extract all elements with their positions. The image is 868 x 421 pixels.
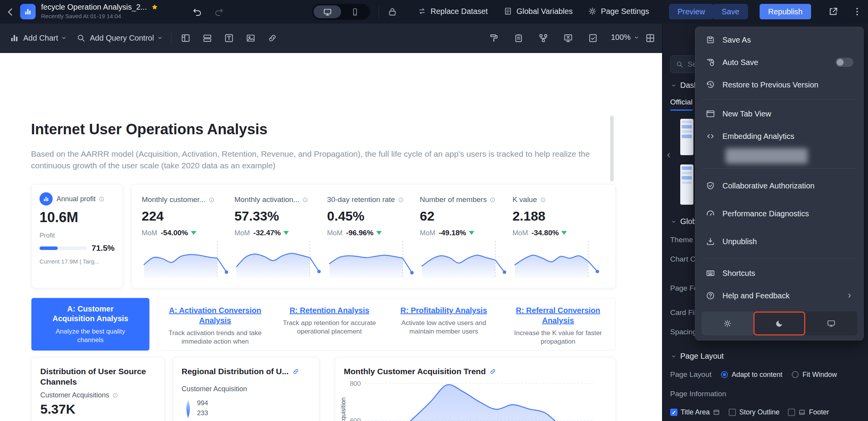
kpi-card[interactable]: Monthly customer... 224 MoM-54.00%	[142, 195, 234, 277]
checkbox-label[interactable]: Story Outline	[739, 408, 779, 416]
more-options-icon[interactable]	[852, 6, 863, 17]
menu-item-auto-save[interactable]: Auto Save	[695, 51, 863, 74]
map-chart-card[interactable]: Regional Distribution of U... Customer A…	[173, 357, 319, 421]
component-tree-icon[interactable]	[538, 33, 549, 43]
tab-profitability-analysis[interactable]: R: Profitability Analysis Activate low a…	[387, 298, 501, 350]
tab-referral-conversion[interactable]: R: Referral Conversion Analysis Increase…	[501, 298, 615, 350]
hide-screen-icon[interactable]	[563, 33, 573, 43]
back-icon[interactable]	[5, 6, 16, 18]
page-settings-button[interactable]: Page Settings	[588, 7, 649, 16]
mom-label: MoM	[420, 229, 435, 237]
save-button[interactable]: Save	[713, 4, 748, 19]
tab-customer-acquisition[interactable]: A: Customer Acquisition Analysis Analyze…	[31, 298, 149, 351]
container-icon[interactable]	[202, 33, 213, 43]
kpi-value: 57.33%	[234, 209, 327, 224]
kpi-card[interactable]: Monthly activation... 57.33% MoM-32.47%	[234, 195, 327, 277]
tab-activation-conversion[interactable]: A: Activation Conversion Analysis Track …	[158, 298, 272, 350]
theme-dark-button[interactable]	[753, 311, 805, 335]
radio-label[interactable]: Fit Window	[803, 371, 837, 379]
tab-link[interactable]: R: Retention Analysis	[279, 305, 380, 315]
mobile-view-button[interactable]	[341, 5, 369, 18]
add-chart-button[interactable]: Add Chart	[9, 33, 67, 43]
undo-icon[interactable]	[192, 7, 202, 17]
annual-profit-card[interactable]: Annual profit 10.6M Profit 71.5% Current…	[31, 184, 123, 288]
page-layout-section-header[interactable]: Page Layout	[670, 352, 724, 361]
notes-icon[interactable]	[513, 33, 524, 43]
menu-item-embedding-analytics[interactable]: Embedding Analytics	[695, 125, 863, 147]
checkbox-story-outline[interactable]	[729, 409, 736, 416]
kpi-strip-card[interactable]: Monthly customer... 224 MoM-54.00% Month…	[131, 184, 616, 288]
add-query-control-button[interactable]: Add Query Control	[76, 33, 163, 43]
chart-link-icon[interactable]	[489, 368, 497, 375]
canvas-scrollbar[interactable]	[610, 116, 614, 181]
tab-retention-analysis[interactable]: R: Retention Analysis Track app retentio…	[272, 298, 386, 350]
replace-dataset-button[interactable]: Replace Dataset	[417, 7, 488, 16]
radio-label[interactable]: Adapt to content	[732, 371, 782, 379]
checklist-icon[interactable]	[588, 33, 598, 43]
checkbox-title-area[interactable]: ✓	[670, 409, 678, 416]
link-tool-icon[interactable]	[267, 33, 278, 43]
redo-icon[interactable]	[214, 7, 224, 17]
template-thumbnail[interactable]	[680, 119, 693, 155]
shield-icon	[705, 181, 715, 191]
global-variables-button[interactable]: Global Variables	[503, 7, 573, 16]
radio-fit-window[interactable]	[792, 371, 799, 378]
checkbox-footer[interactable]	[788, 409, 795, 416]
tab-link[interactable]: A: Activation Conversion Analysis	[165, 305, 266, 325]
checkbox-label[interactable]: Title Area	[681, 408, 710, 416]
page-information-label: Page Information	[670, 390, 726, 398]
menu-item-shortcuts[interactable]: Shortcuts	[695, 262, 863, 284]
republish-button[interactable]: Republish	[760, 4, 811, 19]
text-tool-icon[interactable]	[224, 33, 234, 43]
desktop-view-button[interactable]	[314, 5, 341, 18]
field-theme: Theme	[670, 236, 693, 244]
pie-chart-card[interactable]: Distribution of User Source Channels Cus…	[31, 357, 165, 421]
tab-official[interactable]: Official	[670, 98, 693, 106]
menu-item-collaborative-authorization[interactable]: Collaborative Authorization	[695, 172, 863, 200]
collapse-panel-icon[interactable]	[664, 151, 673, 160]
theme-light-button[interactable]	[702, 311, 753, 335]
preview-button[interactable]: Preview	[669, 4, 714, 19]
zoom-select[interactable]: 100%	[611, 33, 640, 42]
menu-item-help-feedback[interactable]: Help and Feedback	[695, 284, 863, 307]
tab-desc: Track activation trends and take immedia…	[166, 329, 265, 346]
menu-item-unpublish[interactable]: Unpublish	[695, 228, 863, 255]
page-settings-label: Page Settings	[601, 7, 649, 16]
menu-item-save-as[interactable]: Save As	[695, 29, 863, 51]
menu-item-performance-diagnostics[interactable]: Performance Diagnostics	[695, 200, 863, 228]
checkbox-label[interactable]: Footer	[809, 408, 829, 416]
menu-item-new-tab-view[interactable]: New Tab View	[695, 103, 863, 125]
auto-save-toggle[interactable]	[835, 58, 853, 67]
trend-chart-card[interactable]: Monthly Customer Acquisition Trend 80060…	[335, 357, 616, 421]
template-thumbnail[interactable]	[680, 164, 693, 205]
kpi-card[interactable]: Number of members 62 MoM-49.18%	[420, 195, 512, 277]
share-icon[interactable]	[828, 6, 839, 17]
new-tab-icon	[705, 109, 715, 119]
info-icon[interactable]	[489, 197, 496, 203]
tab-link[interactable]: R: Referral Conversion Analysis	[507, 305, 609, 325]
info-icon[interactable]	[398, 197, 404, 203]
info-icon[interactable]	[112, 392, 118, 399]
lock-icon[interactable]	[387, 7, 398, 17]
info-icon[interactable]	[540, 197, 546, 203]
chart-link-icon[interactable]	[292, 368, 300, 375]
info-icon[interactable]	[98, 196, 105, 202]
page-layout-label: Page Layout	[680, 352, 724, 361]
info-icon[interactable]	[208, 197, 215, 203]
kpi-card[interactable]: K value 2.188 MoM-34.80%	[513, 195, 605, 277]
menu-item-restore-version[interactable]: Restore to Previous Version	[695, 74, 863, 96]
theme-auto-button[interactable]	[805, 311, 857, 335]
layout-board-icon[interactable]	[180, 33, 191, 43]
favorite-star-icon[interactable]	[151, 3, 159, 11]
radio-adapt-to-content[interactable]	[721, 371, 728, 378]
add-chart-label: Add Chart	[23, 34, 58, 43]
format-brush-icon[interactable]	[489, 33, 499, 43]
auto-save-icon	[705, 57, 715, 67]
kpi-card[interactable]: 30-day retention rate 0.45% MoM-96.96%	[327, 195, 420, 277]
tab-link[interactable]: R: Profitability Analysis	[393, 305, 494, 315]
bubble-max-value: 994	[197, 399, 208, 407]
grid-layout-icon[interactable]	[645, 33, 655, 43]
info-icon[interactable]	[302, 197, 309, 203]
image-tool-icon[interactable]	[245, 33, 256, 43]
profit-percent: 71.5%	[91, 243, 115, 253]
